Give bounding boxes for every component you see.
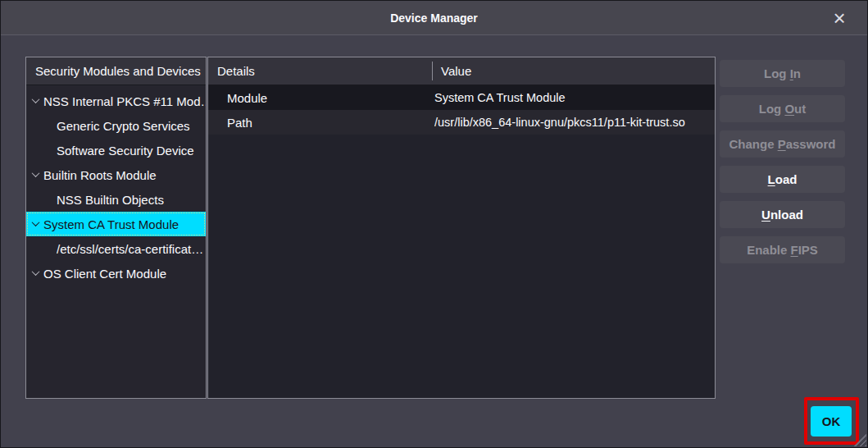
button-label-post: IPS (798, 243, 818, 257)
tree-item-system-ca-trust-module[interactable]: System CA Trust Module (26, 212, 206, 236)
chevron-down-icon[interactable] (32, 218, 40, 226)
value-column-label: Value (441, 57, 471, 85)
change-password-button[interactable]: Change Password (720, 130, 845, 158)
tree-item-label: Software Security Device (57, 144, 194, 158)
tree-item-label: NSS Internal PKCS #11 Mod… (43, 94, 206, 108)
details-column-label: Details (217, 64, 255, 78)
chevron-down-icon[interactable] (32, 169, 40, 177)
button-label-post: assword (786, 137, 836, 151)
detail-name: Module (227, 91, 267, 105)
button-label-pre: Log (759, 102, 785, 116)
device-manager-dialog: Device Manager × Security Modules and De… (0, 0, 868, 448)
tree-item-label: /etc/ssl/certs/ca-certificat… (57, 242, 203, 256)
details-panel: Details Value Module System CA Trust Mod… (207, 57, 716, 399)
tree-item-label: System CA Trust Module (43, 217, 179, 231)
button-access-key: L (768, 172, 775, 186)
button-label-pre: Enable (747, 243, 790, 257)
resize-grip[interactable] (853, 433, 866, 446)
action-button-column: Log In Log Out Change Password Load Unlo… (720, 60, 845, 272)
tree-item-os-client-cert-module[interactable]: OS Client Cert Module (26, 261, 206, 286)
chevron-down-icon[interactable] (32, 267, 40, 276)
tree-column-header: Security Modules and Devices (26, 57, 206, 85)
security-modules-panel: Security Modules and Devices NSS Interna… (25, 57, 207, 399)
detail-value: /usr/lib/x86_64-linux-gnu/pkcs11/p11-kit… (434, 116, 713, 129)
tree-item-etc-ssl-certs[interactable]: /etc/ssl/certs/ca-certificat… (26, 236, 206, 261)
details-row-path[interactable]: Path /usr/lib/x86_64-linux-gnu/pkcs11/p1… (208, 110, 715, 135)
button-label-post: n (793, 66, 801, 80)
tree-item-software-security-device[interactable]: Software Security Device (26, 138, 206, 162)
detail-name: Path (227, 116, 252, 130)
ok-button[interactable]: OK (811, 406, 852, 437)
log-in-button[interactable]: Log In (720, 60, 845, 87)
enable-fips-button[interactable]: Enable FIPS (720, 236, 845, 263)
titlebar[interactable]: Device Manager × (1, 1, 867, 35)
tree-item-label: OS Client Cert Module (43, 267, 166, 281)
column-divider[interactable] (432, 62, 433, 80)
details-row-module[interactable]: Module System CA Trust Module (208, 85, 715, 110)
button-label-pre: Change (729, 137, 777, 151)
tree-item-nss-builtin-objects[interactable]: NSS Builtin Objects (26, 187, 206, 212)
tree-item-label: Generic Crypto Services (57, 119, 190, 133)
detail-value: System CA Trust Module (434, 91, 713, 104)
button-access-key: O (784, 102, 794, 116)
button-label-post: ut (794, 102, 806, 116)
tree-item-builtin-roots-module[interactable]: Builtin Roots Module (26, 162, 206, 187)
details-column-header: Details Value (208, 57, 715, 85)
close-icon: × (833, 7, 845, 29)
tree-item-label: NSS Builtin Objects (57, 193, 164, 207)
button-label-post: oad (775, 172, 798, 186)
unload-button[interactable]: Unload (720, 201, 845, 228)
close-button[interactable]: × (823, 1, 856, 35)
button-label-pre: Log (764, 66, 790, 80)
tree-body: NSS Internal PKCS #11 Mod… Generic Crypt… (26, 85, 206, 286)
tree-item-label: Builtin Roots Module (43, 168, 157, 182)
button-access-key: U (761, 208, 770, 222)
tree-item-generic-crypto-services[interactable]: Generic Crypto Services (26, 113, 206, 138)
dialog-title: Device Manager (1, 1, 867, 35)
tree-item-nss-internal-pkcs11-module[interactable]: NSS Internal PKCS #11 Mod… (26, 89, 206, 113)
log-out-button[interactable]: Log Out (720, 95, 845, 122)
chevron-down-icon[interactable] (32, 95, 40, 103)
load-button[interactable]: Load (720, 166, 845, 193)
button-access-key: F (791, 243, 798, 257)
button-label-post: nload (770, 208, 803, 222)
button-access-key: P (778, 137, 786, 151)
